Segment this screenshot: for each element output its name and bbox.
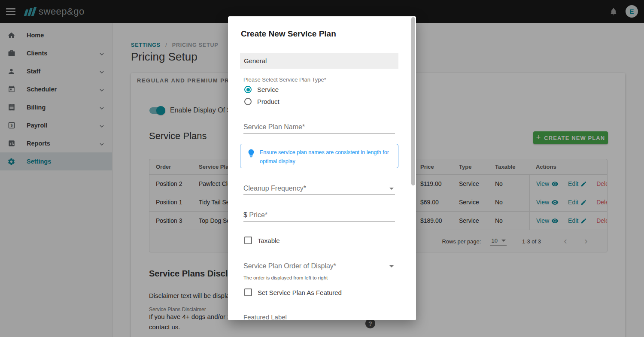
tip-text: Ensure service plan names are consistent… (260, 148, 397, 168)
price-input[interactable]: $ Price* (243, 211, 267, 219)
service-radio[interactable]: Service (244, 86, 279, 93)
modal-scrollbar (410, 16, 416, 320)
plan-name-underline (243, 133, 395, 134)
general-section-header: General (240, 53, 398, 69)
app-root: sweep&go E Home Clients Staff Scheduler (0, 0, 644, 337)
caret-down-icon (389, 265, 394, 267)
order-helper-text: The order is displayed from left to righ… (243, 275, 328, 280)
product-radio[interactable]: Product (244, 98, 279, 105)
order-of-display-underline (243, 272, 395, 272)
caret-down-icon (389, 188, 394, 190)
modal-title: Create New Service Plan (241, 29, 336, 39)
radio-unselected-icon (244, 98, 252, 105)
price-underline (243, 221, 395, 222)
cleanup-frequency-underline (243, 194, 395, 195)
checkbox-unchecked-icon (244, 237, 252, 244)
radio-selected-icon (244, 86, 252, 93)
modal-scrollbar-thumb[interactable] (411, 17, 415, 185)
taxable-checkbox[interactable]: Taxable (244, 237, 280, 244)
dollar-prefix: $ (243, 211, 247, 219)
tip-box: Ensure service plan names are consistent… (240, 144, 398, 168)
plan-type-label: Please Select Service Plan Type* (243, 76, 326, 83)
checkbox-unchecked-icon (244, 288, 252, 296)
cleanup-frequency-select[interactable]: Cleanup Frequency* (243, 185, 306, 192)
plan-name-input[interactable]: Service Plan Name* (243, 123, 305, 131)
order-of-display-select[interactable]: Service Plan Order of Display* (243, 262, 336, 270)
create-plan-modal: Create New Service Plan General Please S… (228, 16, 416, 320)
featured-label-input[interactable]: Featured Label (243, 313, 287, 320)
lightbulb-icon (246, 149, 256, 158)
set-featured-checkbox[interactable]: Set Service Plan As Featured (244, 288, 342, 296)
